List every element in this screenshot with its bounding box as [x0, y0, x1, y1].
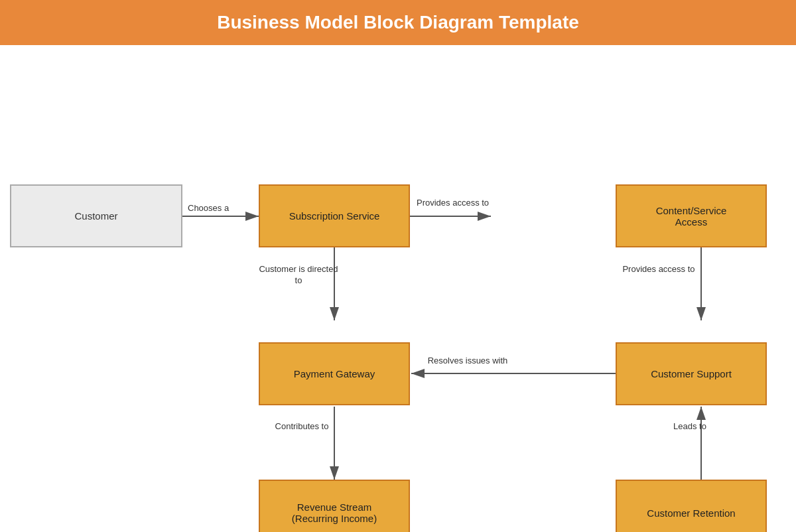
customer-retention-node: Customer Retention: [616, 480, 767, 532]
payment-gateway-node: Payment Gateway: [259, 342, 410, 405]
revenue-stream-node: Revenue Stream (Recurring Income): [259, 480, 410, 532]
page-title: Business Model Block Diagram Template: [20, 12, 776, 33]
resolves-label: Resolves issues with: [425, 356, 511, 367]
directed-to-label: Customer is directed to: [259, 264, 338, 287]
customer-support-node: Customer Support: [616, 342, 767, 405]
contributes-label: Contributes to: [259, 421, 345, 432]
provides-access-2-label: Provides access to: [616, 264, 702, 275]
diagram-area: Customer Chooses a Subscription Service …: [0, 45, 796, 532]
header-banner: Business Model Block Diagram Template: [0, 0, 796, 45]
chooses-label: Chooses a: [188, 203, 229, 214]
leads-to-label: Leads to: [657, 421, 723, 432]
page-wrapper: Business Model Block Diagram Template: [0, 0, 796, 532]
subscription-node: Subscription Service: [259, 184, 410, 247]
provides-access-1-label: Provides access to: [417, 198, 489, 209]
arrows-svg: [0, 45, 796, 532]
content-access-node: Content/Service Access: [616, 184, 767, 247]
customer-node: Customer: [10, 184, 182, 247]
